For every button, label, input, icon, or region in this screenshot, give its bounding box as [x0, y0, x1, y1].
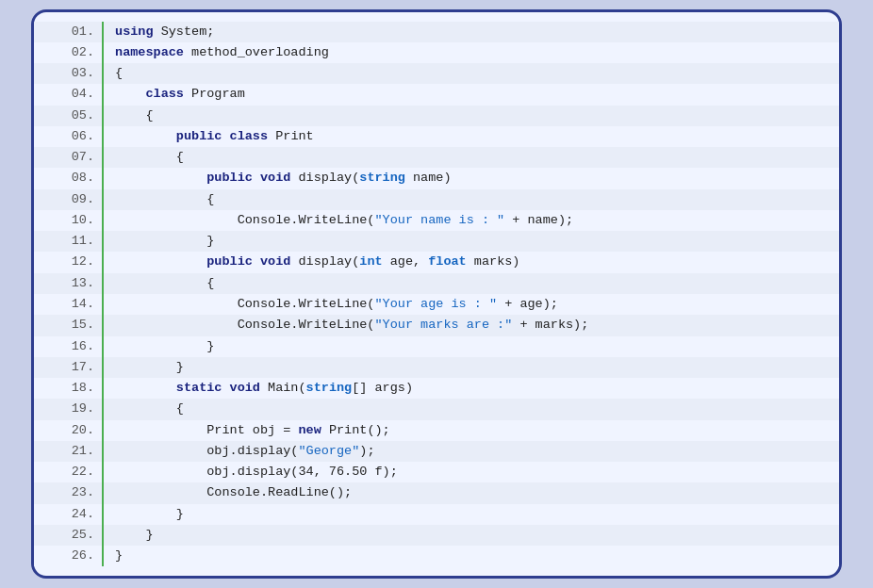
line-code: using System;	[103, 22, 839, 42]
plain-text: display(	[290, 171, 359, 185]
keyword: public	[176, 129, 222, 143]
line-code: Console.ReadLine();	[103, 482, 839, 503]
line-code: Print obj = new Print();	[103, 420, 839, 441]
keyword: class	[230, 129, 269, 143]
line-code: public void display(string name)	[103, 168, 839, 188]
line-number: 14.	[34, 294, 103, 315]
plain-text	[115, 87, 145, 101]
line-number: 22.	[34, 462, 103, 482]
plain-text: {	[115, 66, 123, 80]
type-keyword: string	[306, 381, 353, 395]
line-number: 16.	[34, 336, 103, 357]
code-container: 01.using System;02.namespace method_over…	[31, 9, 842, 580]
line-code: {	[103, 399, 839, 419]
line-number: 08.	[34, 168, 103, 188]
plain-text: Print	[268, 129, 314, 143]
plain-text: }	[115, 360, 184, 374]
line-code: {	[103, 106, 839, 126]
line-number: 12.	[34, 252, 103, 272]
plain-text: }	[115, 234, 214, 248]
line-number: 21.	[34, 441, 103, 462]
table-row: 01.using System;	[34, 22, 839, 42]
table-row: 18. static void Main(string[] args)	[34, 378, 839, 399]
table-row: 10. Console.WriteLine("Your name is : " …	[34, 210, 839, 231]
line-number: 01.	[34, 22, 103, 42]
line-number: 05.	[34, 106, 103, 126]
table-row: 21. obj.display("George");	[34, 441, 839, 462]
plain-text	[115, 129, 176, 143]
table-row: 07. {	[34, 147, 839, 168]
plain-text: {	[115, 276, 214, 290]
keyword: namespace	[115, 45, 184, 59]
keyword: using	[115, 24, 154, 39]
table-row: 22. obj.display(34, 76.50 f);	[34, 462, 839, 482]
line-code: class Program	[103, 84, 839, 105]
plain-text: Program	[184, 87, 245, 101]
code-table: 01.using System;02.namespace method_over…	[34, 22, 839, 567]
keyword: public	[206, 254, 253, 269]
keyword: static	[176, 381, 222, 395]
table-row: 13. {	[34, 273, 839, 294]
line-code: {	[103, 273, 839, 294]
table-row: 05. {	[34, 106, 839, 126]
plain-text: Print();	[321, 423, 390, 437]
table-row: 19. {	[34, 399, 839, 419]
plain-text: Console.ReadLine();	[115, 485, 352, 499]
keyword: void	[260, 171, 290, 185]
keyword: void	[230, 381, 260, 395]
plain-text: obj.display(	[115, 444, 298, 458]
line-number: 02.	[34, 42, 103, 63]
string-literal: "Your marks are :"	[374, 318, 512, 332]
plain-text: marks)	[467, 254, 520, 269]
plain-text: );	[359, 444, 374, 458]
table-row: 20. Print obj = new Print();	[34, 420, 839, 441]
plain-text: + name);	[504, 213, 573, 227]
line-number: 24.	[34, 504, 103, 525]
plain-text	[115, 171, 206, 185]
table-row: 06. public class Print	[34, 126, 839, 147]
plain-text: Print obj =	[115, 423, 298, 437]
string-literal: "George"	[298, 444, 359, 458]
plain-text: + marks);	[512, 318, 588, 332]
keyword: public	[206, 171, 253, 185]
table-row: 08. public void display(string name)	[34, 168, 839, 188]
line-code: Console.WriteLine("Your age is : " + age…	[103, 294, 839, 315]
table-row: 23. Console.ReadLine();	[34, 482, 839, 503]
plain-text: Console.WriteLine(	[115, 213, 374, 227]
line-number: 07.	[34, 147, 103, 168]
keyword: class	[145, 87, 184, 101]
line-code: Console.WriteLine("Your name is : " + na…	[103, 210, 839, 231]
keyword: new	[298, 423, 321, 437]
type-keyword: string	[359, 171, 405, 185]
line-number: 18.	[34, 378, 103, 399]
plain-text: }	[115, 548, 123, 563]
line-code: public void display(int age, float marks…	[103, 252, 839, 272]
line-number: 17.	[34, 357, 103, 378]
line-number: 26.	[34, 546, 103, 566]
plain-text: obj.display(34, 76.50 f);	[115, 465, 398, 479]
plain-text: {	[115, 108, 154, 122]
plain-text: {	[115, 192, 214, 206]
plain-text: System;	[154, 24, 215, 39]
line-number: 06.	[34, 126, 103, 147]
line-code: obj.display(34, 76.50 f);	[103, 462, 839, 482]
line-number: 10.	[34, 210, 103, 231]
line-code: obj.display("George");	[103, 441, 839, 462]
line-code: }	[103, 336, 839, 357]
plain-text: }	[115, 339, 214, 353]
plain-text	[253, 171, 260, 185]
line-code: public class Print	[103, 126, 839, 147]
line-code: }	[103, 231, 839, 252]
line-number: 03.	[34, 63, 103, 84]
line-number: 11.	[34, 231, 103, 252]
table-row: 17. }	[34, 357, 839, 378]
line-number: 04.	[34, 84, 103, 105]
plain-text: display(	[290, 254, 359, 269]
line-number: 15.	[34, 315, 103, 335]
string-literal: "Your age is : "	[374, 297, 497, 311]
plain-text: Console.WriteLine(	[115, 297, 374, 311]
line-code: {	[103, 189, 839, 210]
table-row: 03.{	[34, 63, 839, 84]
line-code: {	[103, 63, 839, 84]
table-row: 15. Console.WriteLine("Your marks are :"…	[34, 315, 839, 335]
